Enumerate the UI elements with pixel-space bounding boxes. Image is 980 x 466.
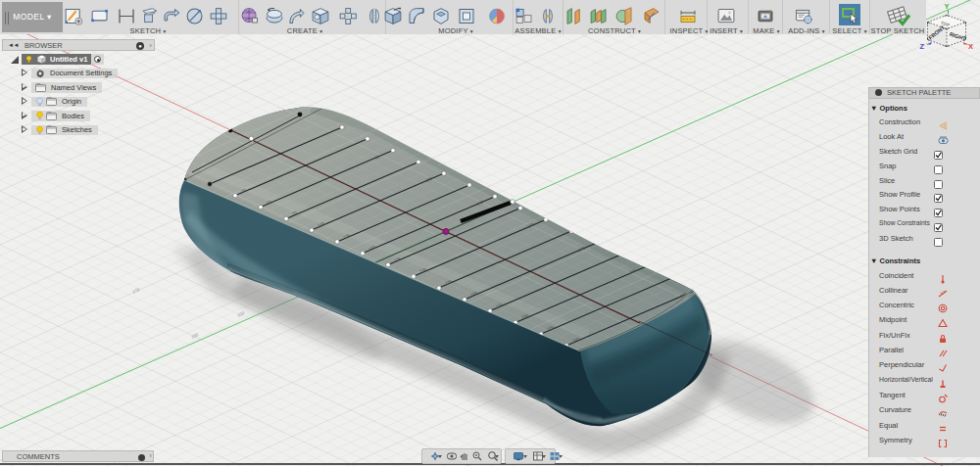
svg-text:Y: Y bbox=[945, 2, 950, 11]
svg-text:Z: Z bbox=[920, 42, 925, 51]
svg-text:X: X bbox=[968, 42, 973, 51]
